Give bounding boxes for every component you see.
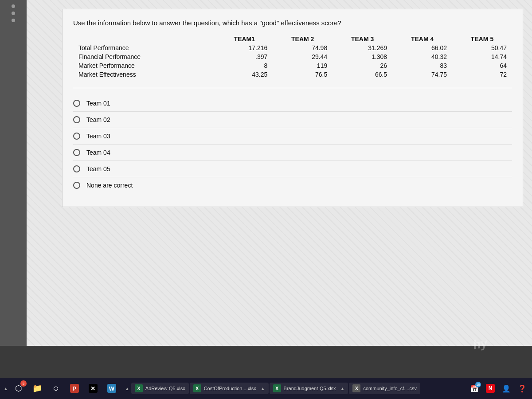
word-icon: W xyxy=(107,384,116,393)
row-label: Total Performance xyxy=(73,43,216,52)
taskbar-person[interactable]: 👤 xyxy=(499,381,513,395)
taskbar: ▲ ⬡ 5 📁 ○ P ✕ W ▲ X AdReview-Q5.xlsx X xyxy=(0,378,532,399)
row-cell: 17.216 xyxy=(216,43,273,52)
taskbar-question[interactable]: ❓ xyxy=(515,381,529,395)
taskbar-file-adreview[interactable]: X AdReview-Q5.xlsx xyxy=(131,383,189,394)
taskbar-apps: ▲ ⬡ 5 📁 ○ P ✕ W xyxy=(3,379,121,397)
row-cell: 74.98 xyxy=(273,43,332,52)
option-label-team02: Team 02 xyxy=(86,116,110,123)
col-header-team5: TEAM 5 xyxy=(452,35,512,43)
option-label-team05: Team 05 xyxy=(86,165,110,172)
hp-logo: hy xyxy=(472,336,489,352)
table-row: Financial Performance.39729.441.30840.32… xyxy=(73,52,512,61)
adreview-up-arrow[interactable]: ▲ xyxy=(125,386,129,391)
radio-team02 xyxy=(73,116,80,123)
taskbar-app-circle[interactable]: ○ xyxy=(47,379,65,397)
taskbar-file-brandjudgment[interactable]: X BrandJudgment-Q5.xlsx ▲ xyxy=(270,383,348,394)
col-header-team1: TEAM1 xyxy=(216,35,273,43)
table-row: Market Performance8119268364 xyxy=(73,61,512,70)
option-team01[interactable]: Team 01 xyxy=(73,95,512,112)
calendar-badge: 18 xyxy=(475,382,481,387)
taskbar-calendar[interactable]: 📅 18 xyxy=(467,381,481,395)
excel-icon-community: X xyxy=(352,384,360,392)
taskbar-app-word[interactable]: W xyxy=(103,379,121,397)
row-cell: 40.32 xyxy=(392,52,452,61)
taskbar-up-arrow[interactable]: ▲ xyxy=(4,386,8,391)
row-cell: 26 xyxy=(332,61,392,70)
row-cell: .397 xyxy=(216,52,273,61)
option-label-team03: Team 03 xyxy=(86,133,110,140)
row-cell: 50.47 xyxy=(452,43,512,52)
radio-team03 xyxy=(73,133,80,140)
table-header-row: TEAM1 TEAM 2 TEAM 3 TEAM 4 TEAM 5 xyxy=(73,35,512,43)
row-cell: 29.44 xyxy=(273,52,332,61)
start-badge: 5 xyxy=(20,380,27,387)
powerpoint-icon: P xyxy=(70,384,79,393)
radio-none xyxy=(73,182,80,189)
row-cell: 64 xyxy=(452,61,512,70)
taskbar-file-community[interactable]: X community_info_cf....csv xyxy=(349,383,420,394)
table-row: Market Effectiveness43.2576.566.574.7572 xyxy=(73,70,512,79)
row-cell: 72 xyxy=(452,70,512,79)
sidebar-dot xyxy=(12,12,15,15)
row-cell: 76.5 xyxy=(273,70,332,79)
col-header-team2: TEAM 2 xyxy=(273,35,332,43)
row-cell: 74.75 xyxy=(392,70,452,79)
option-team05[interactable]: Team 05 xyxy=(73,161,512,177)
circle-icon: ○ xyxy=(53,383,59,394)
option-team04[interactable]: Team 04 xyxy=(73,145,512,161)
row-cell: 66.5 xyxy=(332,70,392,79)
question-icon: ❓ xyxy=(518,384,527,393)
question-text: Use the information below to answer the … xyxy=(73,18,512,27)
cost-filename: CostOfProduction....xlsx xyxy=(204,386,256,391)
taskbar-app-start[interactable]: ⬡ 5 xyxy=(10,379,27,397)
cost-caret[interactable]: ▲ xyxy=(261,386,265,391)
taskbar-notification[interactable]: N xyxy=(483,381,497,395)
taskbar-app-folder[interactable]: 📁 xyxy=(28,379,46,397)
option-label-team01: Team 01 xyxy=(86,100,110,107)
option-team02[interactable]: Team 02 xyxy=(73,112,512,128)
main-content-area: Use the information below to answer the … xyxy=(27,0,532,346)
taskbar-app-x[interactable]: ✕ xyxy=(84,379,102,397)
taskbar-app-powerpoint[interactable]: P xyxy=(66,379,83,397)
adreview-filename: AdReview-Q5.xlsx xyxy=(145,386,185,391)
bottom-strip: hy xyxy=(0,346,532,378)
option-label-none: None are correct xyxy=(86,182,133,189)
options-list: Team 01Team 02Team 03Team 04Team 05None … xyxy=(73,95,512,193)
notification-icon: N xyxy=(486,384,495,393)
excel-icon-cost: X xyxy=(193,384,201,392)
person-icon: 👤 xyxy=(502,384,511,393)
col-header-team4: TEAM 4 xyxy=(392,35,452,43)
row-label: Market Performance xyxy=(73,61,216,70)
option-none[interactable]: None are correct xyxy=(73,177,512,193)
taskbar-systray: 📅 18 N 👤 ❓ xyxy=(467,381,529,395)
excel-icon-adreview: X xyxy=(135,384,143,392)
data-table: TEAM1 TEAM 2 TEAM 3 TEAM 4 TEAM 5 Total … xyxy=(73,35,512,79)
row-cell: 119 xyxy=(273,61,332,70)
row-label: Market Effectiveness xyxy=(73,70,216,79)
col-header-team3: TEAM 3 xyxy=(332,35,392,43)
row-cell: 1.308 xyxy=(332,52,392,61)
row-cell: 43.25 xyxy=(216,70,273,79)
row-label: Financial Performance xyxy=(73,52,216,61)
taskbar-file-costofproduction[interactable]: X CostOfProduction....xlsx ▲ xyxy=(190,383,269,394)
sidebar-dot xyxy=(12,19,15,22)
table-row: Total Performance17.21674.9831.26966.025… xyxy=(73,43,512,52)
community-filename: community_info_cf....csv xyxy=(363,386,416,391)
row-cell: 66.02 xyxy=(392,43,452,52)
brand-filename: BrandJudgment-Q5.xlsx xyxy=(284,386,336,391)
option-team03[interactable]: Team 03 xyxy=(73,128,512,145)
radio-team04 xyxy=(73,149,80,156)
row-cell: 83 xyxy=(392,61,452,70)
quiz-container: Use the information below to answer the … xyxy=(62,9,523,207)
brand-caret[interactable]: ▲ xyxy=(340,386,345,391)
taskbar-files: ▲ X AdReview-Q5.xlsx X CostOfProduction.… xyxy=(124,383,466,394)
left-sidebar xyxy=(0,0,27,346)
excel-icon-brand: X xyxy=(273,384,281,392)
radio-team01 xyxy=(73,100,80,107)
row-cell: 14.74 xyxy=(452,52,512,61)
col-header-label xyxy=(73,35,216,43)
row-cell: 8 xyxy=(216,61,273,70)
x-icon: ✕ xyxy=(89,384,98,393)
folder-icon: 📁 xyxy=(32,383,42,393)
